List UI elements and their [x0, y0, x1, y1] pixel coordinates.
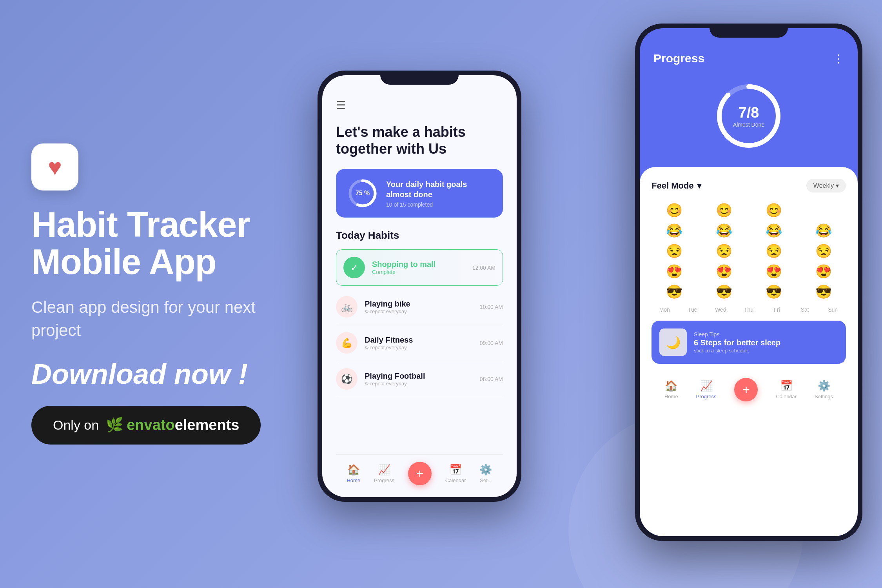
nav-calendar[interactable]: 📅 Calendar	[445, 464, 466, 483]
habit-name-bike: Playing bike	[365, 299, 473, 309]
daily-goals-title: Your daily habit goalsalmost done	[386, 179, 467, 200]
calendar2-icon: 📅	[780, 380, 793, 392]
left-panel: ♥ Habit Tracker Mobile App Clean app des…	[31, 0, 306, 588]
sleep-tips-card[interactable]: 🌙 Sleep Tips 6 Steps for better sleep st…	[652, 321, 846, 364]
nav-home[interactable]: 🏠 Home	[347, 464, 360, 483]
phone2-notch	[710, 24, 788, 38]
habit-status-shopping: Complete	[372, 269, 465, 275]
habit-icon-bike: 🚲	[336, 296, 358, 318]
habit-info-fitness: Daily Fitness ↻ repeat everyday	[365, 336, 473, 350]
habit-item-shopping[interactable]: ✓ Shopping to mall Complete 12:00 AM	[336, 249, 503, 286]
percentage-label: 75 %	[356, 190, 370, 197]
day-thu: Thu	[736, 307, 762, 313]
day-fri: Fri	[764, 307, 790, 313]
phone-2: Progress ⋮ 7/8 Almost Done	[635, 24, 862, 541]
emoji-grid: 😊 😊 😊 😂 😂 😂 😂 😒 😒 😒 😒	[652, 202, 846, 299]
emoji-cell: 😎	[652, 284, 697, 299]
today-habits-title: Today Habits	[336, 229, 503, 241]
nav2-calendar[interactable]: 📅 Calendar	[776, 380, 797, 399]
nav2-calendar-label: Calendar	[776, 394, 797, 399]
download-cta[interactable]: Download now !	[31, 358, 306, 390]
emoji-cell: 😊	[751, 202, 796, 218]
habit-icon-fitness: 💪	[336, 332, 358, 354]
emoji-cell: 😍	[751, 263, 796, 279]
emoji-cell: 😒	[701, 243, 746, 259]
phone-1: ☰ Let's make a habitstogether with Us 75…	[318, 71, 521, 502]
daily-goals-card: 75 % Your daily habit goalsalmost done 1…	[336, 169, 503, 218]
settings-icon: ⚙️	[479, 464, 492, 476]
nav2-settings[interactable]: ⚙️ Settings	[815, 380, 833, 399]
emoji-cell: 😊	[701, 202, 746, 218]
progress-almost-done: Almost Done	[733, 122, 764, 128]
phone1-nav: 🏠 Home 📈 Progress + 📅 Calendar ⚙️ Set	[336, 454, 503, 489]
nav2-home[interactable]: 🏠 Home	[664, 380, 678, 399]
envato-leaf-icon: 🌿	[106, 417, 123, 433]
envato-badge[interactable]: Only on 🌿 envatoelements	[31, 406, 261, 445]
sleep-title: 6 Steps for better sleep	[694, 338, 780, 348]
feel-mode-row: Feel Mode ▾ Weekly ▾	[652, 179, 846, 192]
envato-prefix: Only on	[53, 417, 99, 433]
nav2-settings-label: Settings	[815, 394, 833, 399]
weekly-badge[interactable]: Weekly ▾	[806, 179, 846, 192]
nav2-progress[interactable]: 📈 Progress	[696, 380, 717, 399]
emoji-cell: 😒	[751, 243, 796, 259]
nav2-progress-label: Progress	[696, 394, 717, 399]
progress-big-area: 7/8 Almost Done	[640, 77, 858, 167]
habit-info-shopping: Shopping to mall Complete	[372, 260, 465, 275]
phone1-content: ☰ Let's make a habitstogether with Us 75…	[322, 75, 517, 497]
add-button-phone2[interactable]: +	[734, 378, 758, 401]
habit-name-shopping: Shopping to mall	[372, 260, 465, 269]
habit-icon-shopping: ✓	[343, 257, 365, 278]
habit-item-fitness[interactable]: 💪 Daily Fitness ↻ repeat everyday 09:00 …	[336, 325, 503, 361]
nav-progress[interactable]: 📈 Progress	[374, 464, 394, 483]
more-options-icon[interactable]: ⋮	[833, 52, 844, 65]
chevron-down-icon: ▾	[697, 181, 701, 191]
menu-icon[interactable]: ☰	[336, 99, 503, 112]
emoji-cell: 😂	[801, 223, 846, 238]
add-habit-button[interactable]: +	[408, 462, 432, 485]
habit-item-bike[interactable]: 🚲 Playing bike ↻ repeat everyday 10:00 A…	[336, 289, 503, 325]
day-tue: Tue	[680, 307, 706, 313]
feel-mode-text: Feel Mode	[652, 181, 694, 191]
phone2-title: Progress	[653, 52, 704, 65]
emoji-cell: 😂	[751, 223, 796, 238]
day-wed: Wed	[708, 307, 734, 313]
heart-icon: ♥	[48, 154, 62, 181]
calendar-icon: 📅	[449, 464, 462, 476]
phone1-notch	[380, 71, 459, 85]
habit-item-football[interactable]: ⚽ Playing Football ↻ repeat everyday 08:…	[336, 361, 503, 397]
habit-time-shopping: 12:00 AM	[472, 265, 495, 271]
phone2-white-card: Feel Mode ▾ Weekly ▾ 😊 😊 😊	[640, 167, 858, 536]
day-labels: Mon Tue Wed Thu Fri Sat Sun	[652, 307, 846, 313]
nav-home-label: Home	[347, 477, 360, 483]
habit-info-bike: Playing bike ↻ repeat everyday	[365, 299, 473, 314]
app-title-line2: Mobile App	[31, 243, 306, 281]
feel-mode-label[interactable]: Feel Mode ▾	[652, 181, 701, 191]
emoji-cell: 😂	[701, 223, 746, 238]
progress-big-circle: 7/8 Almost Done	[713, 81, 784, 151]
day-sat: Sat	[792, 307, 818, 313]
phones-area: ☰ Let's make a habitstogether with Us 75…	[294, 24, 862, 572]
phone1-title: Let's make a habitstogether with Us	[336, 123, 503, 157]
habit-time-fitness: 09:00 AM	[480, 340, 503, 346]
nav-settings[interactable]: ⚙️ Set...	[479, 464, 492, 483]
home-icon: 🏠	[347, 464, 360, 476]
habit-info-football: Playing Football ↻ repeat everyday	[365, 372, 473, 387]
emoji-cell: 😎	[801, 284, 846, 299]
phone2-content: Progress ⋮ 7/8 Almost Done	[640, 28, 858, 536]
app-title: Habit Tracker Mobile App	[31, 206, 306, 280]
progress-fraction: 7/8	[733, 104, 764, 121]
emoji-cell: 😒	[801, 243, 846, 259]
habit-repeat-bike: ↻ repeat everyday	[365, 309, 473, 314]
nav-settings-label: Set...	[480, 477, 492, 483]
envato-text: envatoelements	[127, 417, 239, 434]
progress-big-label: 7/8 Almost Done	[733, 104, 764, 128]
habit-time-football: 08:00 AM	[480, 376, 503, 382]
emoji-cell: 😎	[701, 284, 746, 299]
home2-icon: 🏠	[665, 380, 677, 392]
habit-repeat-fitness: ↻ repeat everyday	[365, 345, 473, 350]
emoji-cell: 😍	[652, 263, 697, 279]
habit-time-bike: 10:00 AM	[480, 304, 503, 310]
emoji-cell: 😂	[652, 223, 697, 238]
day-sun: Sun	[820, 307, 846, 313]
